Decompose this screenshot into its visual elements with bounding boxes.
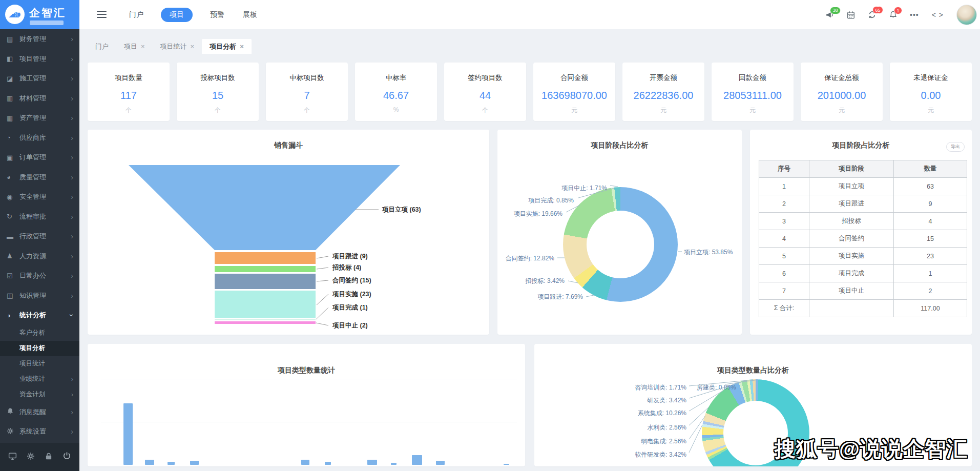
chevron-right-icon: › xyxy=(71,232,73,240)
pie-label: 项目立项: 53.85% xyxy=(684,248,733,257)
stat-card-deposit-unreturned: 未退保证金0.00元 xyxy=(890,63,972,121)
chevron-right-icon: › xyxy=(71,193,73,201)
stat-card-invoice-amount: 开票金额26222836.00元 xyxy=(622,63,704,121)
bar xyxy=(145,460,154,465)
sidebar-item-knowledge[interactable]: ◫知识管理› xyxy=(0,286,79,306)
sales-funnel-chart: 项目立项 (63) 项目跟进 (9) 招投标 (4) 合同签约 (15) 项目实… xyxy=(88,130,489,335)
bar xyxy=(367,460,377,465)
sales-funnel-card: 销售漏斗 项目立项 (63) 项目 xyxy=(88,130,489,335)
pie-label: 水利类: 2.56% xyxy=(647,423,686,432)
tab-project[interactable]: 项目× xyxy=(116,39,153,54)
logo[interactable]: ☁ 汇 企智汇 xyxy=(0,0,79,29)
stage-table: 序号 项目阶段 数量 1项目立项63 2项目跟进9 3招投标4 4合同签约15 … xyxy=(759,160,967,317)
sidebar-item-hr[interactable]: ♟人力资源› xyxy=(0,247,79,267)
funnel-label: 项目中止 (2) xyxy=(332,322,368,329)
nav-item-project[interactable]: 项目 xyxy=(161,8,193,22)
sidebar: ☁ 汇 企智汇 ▤财务管理› ◧项目管理› ◪施工管理› ▥材料管理› ▦资产管… xyxy=(0,0,79,471)
bar xyxy=(123,403,133,465)
sidebar-subitem-project-statistics[interactable]: 项目统计 xyxy=(0,356,79,372)
close-icon[interactable]: × xyxy=(240,43,244,50)
funnel-label: 项目完成 (1) xyxy=(332,304,368,311)
asset-icon: ▦ xyxy=(7,114,19,122)
sidebar-item-project[interactable]: ◧项目管理› xyxy=(0,49,79,69)
power-icon[interactable] xyxy=(62,452,71,462)
sidebar-item-supplier[interactable]: ◔供应商库› xyxy=(0,128,79,148)
stat-card-contract-amount: 合同金额163698070.00元 xyxy=(533,63,615,121)
stat-card-project-count: 项目数量117个 xyxy=(88,63,170,121)
construction-icon: ◪ xyxy=(7,75,19,83)
chevron-right-icon: › xyxy=(71,153,73,161)
sidebar-item-office[interactable]: ☑日常办公› xyxy=(0,266,79,286)
tab-portal[interactable]: 门户 xyxy=(88,39,116,54)
sidebar-item-notifications[interactable]: 消息提醒› xyxy=(0,402,79,422)
knowledge-icon: ◫ xyxy=(7,292,19,299)
sidebar-subitem-project-analysis[interactable]: 项目分析 xyxy=(0,341,79,356)
table-title: 项目阶段占比分析 xyxy=(750,141,972,150)
avatar[interactable] xyxy=(956,5,977,25)
code-brackets-icon[interactable]: < > xyxy=(932,11,944,18)
tab-project-statistics[interactable]: 项目统计× xyxy=(153,39,202,54)
chevron-right-icon: › xyxy=(71,292,73,300)
chart-title: 销售漏斗 xyxy=(88,141,489,150)
hamburger-menu-icon[interactable] xyxy=(97,11,107,20)
calendar-icon[interactable] xyxy=(847,11,855,19)
tab-project-analysis[interactable]: 项目分析× xyxy=(202,39,252,54)
pie-label: 弱电集成: 2.56% xyxy=(641,437,686,446)
sidebar-item-asset[interactable]: ▦资产管理› xyxy=(0,108,79,128)
funnel-label: 招投标 (4) xyxy=(332,264,361,271)
sidebar-subitem-fund-plan[interactable]: 资金计划› xyxy=(0,387,79,402)
gear-icon[interactable] xyxy=(27,452,35,462)
pie-label: 项目跟进: 7.69% xyxy=(537,293,583,301)
funnel-stage-shape xyxy=(215,274,316,289)
sidebar-item-safety[interactable]: ◉安全管理› xyxy=(0,187,79,207)
sync-icon[interactable]: 65 xyxy=(868,10,877,19)
lock-icon[interactable] xyxy=(45,452,53,462)
table-row: 6项目完成1 xyxy=(759,265,967,282)
bar xyxy=(504,464,509,465)
monitor-icon[interactable] xyxy=(8,452,17,462)
type-bar-chart xyxy=(88,344,525,465)
bell-icon[interactable]: 1 xyxy=(889,11,897,18)
pie-label: 系统集成: 10.26% xyxy=(638,409,686,418)
table-header-row: 序号 项目阶段 数量 xyxy=(759,160,967,178)
close-icon[interactable]: × xyxy=(191,43,195,50)
sidebar-subitem-performance-statistics[interactable]: 业绩统计› xyxy=(0,372,79,387)
topbar-icons: 38 65 1 ••• < > xyxy=(825,0,977,29)
sidebar-item-settings[interactable]: 系统设置› xyxy=(0,422,79,442)
sidebar-item-statistics[interactable]: ◑统计分析› xyxy=(0,305,79,325)
sidebar-item-quality[interactable]: ◕质量管理› xyxy=(0,168,79,188)
chevron-right-icon: › xyxy=(71,408,73,416)
hr-icon: ♟ xyxy=(7,252,19,260)
stat-card-deposit-total: 保证金总额201000.00元 xyxy=(801,63,883,121)
close-icon[interactable]: × xyxy=(141,43,145,50)
sidebar-item-construction[interactable]: ◪施工管理› xyxy=(0,69,79,89)
announcement-icon[interactable]: 38 xyxy=(825,11,834,19)
sidebar-item-admin[interactable]: ▬行政管理› xyxy=(0,227,79,247)
project-icon: ◧ xyxy=(7,55,19,63)
chevron-right-icon: › xyxy=(71,391,73,398)
stats-cards-row: 项目数量117个 投标项目数15个 中标项目数7个 中标率46.67% 签约项目… xyxy=(88,63,972,121)
funnel-stage-shape xyxy=(215,319,316,320)
chevron-right-icon: › xyxy=(71,55,73,63)
nav-item-portal[interactable]: 门户 xyxy=(128,8,144,22)
sidebar-item-order[interactable]: ▣订单管理› xyxy=(0,148,79,168)
nav-item-board[interactable]: 展板 xyxy=(242,8,258,22)
chevron-right-icon: › xyxy=(71,427,73,436)
sidebar-item-material[interactable]: ▥材料管理› xyxy=(0,89,79,109)
table-total-row: Σ 合计:117.00 xyxy=(759,300,967,317)
sidebar-item-workflow[interactable]: ↻流程审批› xyxy=(0,207,79,227)
pie-label: 咨询培训类: 1.71% xyxy=(635,383,686,392)
nav-item-alert[interactable]: 预警 xyxy=(209,8,225,22)
funnel-label: 项目实施 (23) xyxy=(332,290,371,298)
pie-label: 软件研发类: 3.42% xyxy=(635,450,686,459)
supplier-icon: ◔ xyxy=(7,134,19,141)
sync-badge: 65 xyxy=(872,6,883,14)
finance-icon: ▤ xyxy=(7,35,19,43)
sidebar-subitem-customer-analysis[interactable]: 客户分析 xyxy=(0,325,79,341)
more-icon[interactable]: ••• xyxy=(910,11,919,18)
quality-icon: ◕ xyxy=(7,173,19,181)
gear-icon xyxy=(7,427,19,436)
export-button[interactable]: 导出 xyxy=(946,142,965,152)
sidebar-item-finance[interactable]: ▤财务管理› xyxy=(0,29,79,49)
chevron-right-icon: › xyxy=(71,74,73,83)
